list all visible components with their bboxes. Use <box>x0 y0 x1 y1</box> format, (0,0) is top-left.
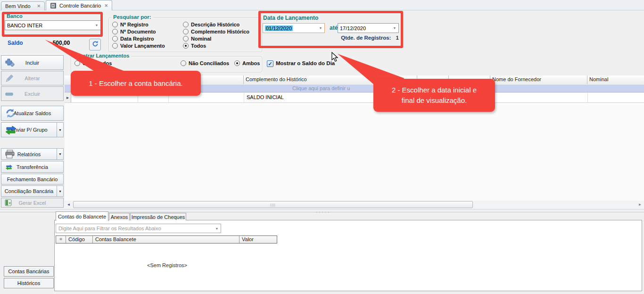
splitter-grip-dots: ····· <box>315 208 330 215</box>
transfer-arrows-icon <box>5 125 17 135</box>
alterar-button[interactable]: Alterar <box>1 71 64 85</box>
tab-contas-do-balancete[interactable]: Contas do Balancete <box>56 211 108 221</box>
tab-anexos[interactable]: Anexos <box>109 213 130 220</box>
pencil-icon <box>5 74 14 83</box>
button-label: Gerar Excel <box>18 200 46 206</box>
close-icon[interactable]: ✕ <box>104 3 108 8</box>
horizontal-scrollbar[interactable]: ◄ |||| ► <box>65 201 644 209</box>
incluir-button[interactable]: Incluir <box>1 55 64 70</box>
date-from-combo[interactable]: 01/12/2020 ▼ <box>263 23 325 33</box>
callout-1: 1 - Escolher a conta bancária. <box>71 71 201 96</box>
radio-n-documento[interactable]: Nº Documento <box>112 29 156 34</box>
safe-icon <box>50 2 57 9</box>
empty-records-text: <Sem Registros> <box>147 262 187 268</box>
banco-combo[interactable]: BANCO INTER ▼ <box>5 20 101 30</box>
contas-bancarias-button[interactable]: Contas Bancárias <box>4 266 54 277</box>
scroll-left-button[interactable]: ◄ <box>65 201 73 209</box>
mostrar-title: Mostrar Lançamentos <box>74 53 131 59</box>
grid-group-by-text: Clique aqui para definir u <box>292 85 350 91</box>
radio-label: Não Conciliados <box>189 60 229 66</box>
asterisk-icon[interactable]: ✳ <box>56 236 66 243</box>
radio-valor-lancamento[interactable]: Valor Lançamento <box>112 43 165 49</box>
transfer-arrows-icon <box>5 164 13 170</box>
radio-nao-conciliados[interactable]: Não Conciliados <box>181 60 229 66</box>
atualizar-saldos-button[interactable]: Atualizar Saldos <box>1 106 64 121</box>
button-label: Relatórios <box>17 151 41 157</box>
enviar-grupo-button[interactable]: Enviar P/ Grupo ▼ <box>1 122 64 137</box>
radio-icon <box>234 60 240 66</box>
radio-icon <box>183 22 189 27</box>
radio-conciliados[interactable]: Conciliados <box>74 60 112 66</box>
radio-icon <box>183 43 189 49</box>
callout-1-text: 1 - Escolher a conta bancária. <box>89 78 182 89</box>
radio-label: Valor Lançamento <box>120 43 165 49</box>
scrollbar-thumb[interactable]: |||| <box>73 201 473 208</box>
radio-todos[interactable]: Todos <box>183 43 206 49</box>
button-label: Atualizar Saldos <box>14 110 51 116</box>
radio-label: Ambos <box>242 60 260 66</box>
row-complemento-value: SALDO INICIAL <box>247 94 284 100</box>
grid-header-nominal[interactable]: Nominal <box>587 76 644 84</box>
chevron-down-icon[interactable]: ▼ <box>213 227 221 230</box>
saldo-label: Saldo <box>8 40 23 46</box>
radio-label: Complemento Histórico <box>191 29 249 34</box>
tab-bem-vindo[interactable]: Bem Vindo ✕ <box>1 1 45 10</box>
tab-bar: Bem Vindo ✕ Controle Bancário ✕ <box>0 0 644 10</box>
radio-ambos[interactable]: Ambos <box>234 60 260 66</box>
refresh-saldo-button[interactable] <box>89 39 101 50</box>
radio-icon <box>181 60 186 66</box>
dropdown-zone[interactable]: ▼ <box>57 123 63 137</box>
tab-impressao-de-cheques[interactable]: Impressão de Cheques <box>130 213 186 220</box>
radio-nominal[interactable]: Nominal <box>183 36 211 42</box>
radio-data-registro[interactable]: Data Registro <box>112 36 154 42</box>
conciliacao-bancaria-button[interactable]: Conciliação Bancária ▼ <box>1 185 64 197</box>
tab-label: Controle Bancário <box>59 3 101 8</box>
dropdown-zone[interactable]: ▼ <box>57 149 63 160</box>
close-icon[interactable]: ✕ <box>37 4 41 8</box>
col-contas-balancete[interactable]: Contas Balancete <box>93 236 239 243</box>
radio-icon <box>112 43 118 49</box>
radio-label: Nominal <box>191 36 211 42</box>
radio-label: Nº Registro <box>120 22 149 27</box>
col-codigo[interactable]: Código <box>66 236 93 243</box>
radio-icon <box>183 36 189 42</box>
button-label: Excluir <box>25 91 40 97</box>
date-to-value: 17/12/2020 <box>338 25 391 31</box>
gerar-excel-button[interactable]: X Gerar Excel <box>1 198 64 208</box>
tab-controle-bancario[interactable]: Controle Bancário ✕ <box>46 0 112 10</box>
chevron-down-icon[interactable]: ▼ <box>317 26 324 30</box>
banco-label: Banco <box>7 13 23 19</box>
grid-header-fornecedor[interactable]: Nome do Fornecedor <box>490 76 587 84</box>
chevron-down-icon: ▼ <box>58 190 62 193</box>
radio-descricao-historico[interactable]: Descrição Histórico <box>183 22 239 27</box>
date-to-combo[interactable]: 17/12/2020 ▼ <box>338 23 399 33</box>
scroll-right-button[interactable]: ► <box>636 201 644 209</box>
radio-n-registro[interactable]: Nº Registro <box>112 22 149 27</box>
radio-label: Nº Documento <box>120 29 156 34</box>
add-icon <box>5 58 15 67</box>
radio-complemento-historico[interactable]: Complemento Histórico <box>183 29 249 34</box>
transferencia-button[interactable]: Transferência <box>1 161 64 173</box>
callout-2-line2: final de visualização. <box>373 95 495 106</box>
fechamento-bancario-button[interactable]: Fechamento Bancário <box>1 174 64 185</box>
radio-icon <box>183 29 189 34</box>
filter-combo[interactable]: Digite Aqui para Filtrar os Resultados A… <box>56 224 221 233</box>
chevron-down-icon[interactable]: ▼ <box>391 26 398 30</box>
filter-placeholder: Digite Aqui para Filtrar os Resultados A… <box>56 226 213 231</box>
saldo-dia-checkbox[interactable]: ✓ <box>267 60 273 67</box>
excluir-button[interactable]: Excluir <box>1 86 64 101</box>
tab-label: Contas do Balancete <box>58 214 106 219</box>
qtde-value: 1 <box>396 35 399 41</box>
button-label: Contas Bancárias <box>8 269 50 274</box>
col-valor[interactable]: Valor <box>239 236 277 243</box>
historicos-button[interactable]: Históricos <box>4 278 54 288</box>
dropdown-zone[interactable]: ▼ <box>57 186 63 196</box>
chevron-down-icon: ▼ <box>58 128 62 132</box>
row-indicator-icon: ▸ <box>65 93 71 102</box>
svg-text:X: X <box>8 201 11 205</box>
check-icon: ✓ <box>268 61 272 67</box>
tab-label: Impressão de Cheques <box>132 214 185 220</box>
relatorios-button[interactable]: Relatórios ▼ <box>1 148 64 160</box>
ate-label: até <box>330 25 338 31</box>
chevron-down-icon[interactable]: ▼ <box>93 24 100 27</box>
